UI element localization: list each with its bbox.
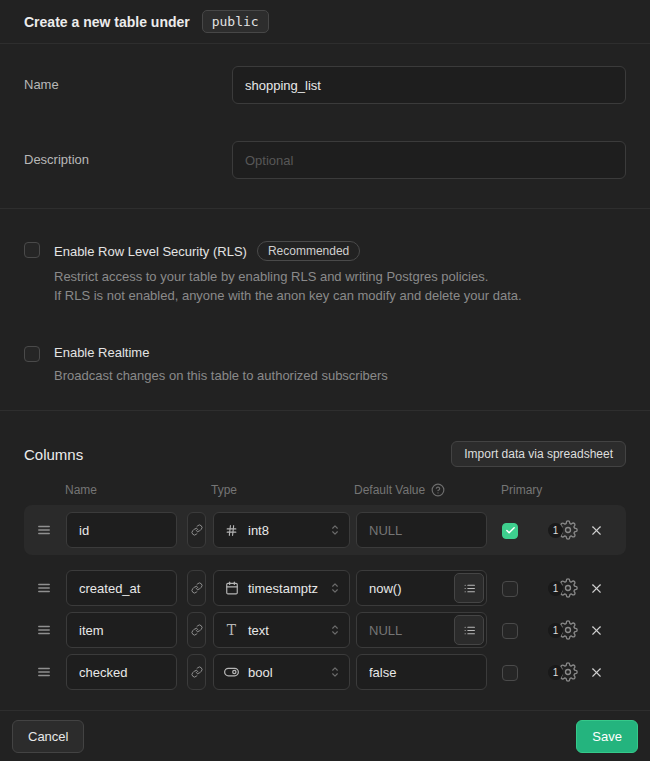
panel-footer: Cancel Save <box>0 710 650 761</box>
list-picker-icon <box>463 624 476 637</box>
column-name-input[interactable] <box>66 512 177 548</box>
settings-count-badge: 1 <box>548 623 563 638</box>
column-name-input[interactable] <box>66 612 177 648</box>
table-name-input[interactable] <box>232 66 626 104</box>
columns-title: Columns <box>24 446 83 463</box>
rls-checkbox[interactable] <box>24 242 40 258</box>
settings-count-badge: 1 <box>548 665 563 680</box>
settings-count-badge: 1 <box>548 581 563 596</box>
panel-header: Create a new table under public <box>0 0 650 44</box>
default-value-wrap <box>356 512 487 548</box>
column-type-select[interactable]: bool <box>213 654 350 690</box>
chevron-updown-icon <box>328 665 342 679</box>
rls-option: Enable Row Level Security (RLS) Recommen… <box>24 241 626 305</box>
rls-description-line1: Restrict access to your table by enablin… <box>54 267 522 286</box>
chevron-updown-icon <box>328 523 342 537</box>
rls-option-body: Enable Row Level Security (RLS) Recommen… <box>54 241 522 305</box>
column-type-select[interactable]: T text <box>213 612 350 648</box>
primary-checkbox[interactable] <box>502 665 518 681</box>
foreign-key-link-button[interactable] <box>187 654 206 690</box>
column-settings-button[interactable]: 1 <box>548 662 578 682</box>
foreign-key-link-button[interactable] <box>187 512 206 548</box>
column-type-label: int8 <box>248 523 319 538</box>
remove-column-button[interactable] <box>589 623 605 638</box>
realtime-option-body: Enable Realtime Broadcast changes on thi… <box>54 345 388 385</box>
column-row-created-at: timestamptz 1 <box>24 570 626 606</box>
primary-checkbox[interactable] <box>502 581 518 597</box>
column-row-item: T text 1 <box>24 612 626 648</box>
header-type: Type <box>211 483 237 497</box>
chevron-updown-icon <box>328 623 342 637</box>
drag-handle-icon[interactable] <box>37 623 51 637</box>
primary-checkbox[interactable] <box>502 623 518 639</box>
default-value-picker-button[interactable] <box>454 573 484 603</box>
realtime-label: Enable Realtime <box>54 345 149 360</box>
table-options-section: Enable Row Level Security (RLS) Recommen… <box>0 209 650 411</box>
settings-count-badge: 1 <box>548 523 563 538</box>
help-circle-icon[interactable] <box>431 483 445 497</box>
panel-title: Create a new table under <box>24 14 190 30</box>
description-label: Description <box>24 141 232 179</box>
remove-column-button[interactable] <box>589 665 605 680</box>
default-value-input[interactable] <box>356 654 487 690</box>
default-value-wrap <box>356 612 487 648</box>
column-settings-button[interactable]: 1 <box>548 520 578 540</box>
recommended-badge: Recommended <box>257 241 360 261</box>
column-settings-button[interactable]: 1 <box>548 620 578 640</box>
column-settings-button[interactable]: 1 <box>548 578 578 598</box>
column-type-label: timestamptz <box>248 581 319 596</box>
column-row-checked: bool 1 <box>24 654 626 690</box>
primary-checkbox[interactable] <box>502 523 518 539</box>
table-description-input[interactable] <box>232 141 626 179</box>
realtime-description: Broadcast changes on this table to autho… <box>54 366 388 385</box>
drag-handle-icon[interactable] <box>37 523 51 537</box>
table-info-section: Name Description <box>0 44 650 209</box>
column-type-select[interactable]: int8 <box>213 512 350 548</box>
drag-handle-icon[interactable] <box>37 665 51 679</box>
name-label: Name <box>24 66 232 104</box>
column-name-input[interactable] <box>66 654 177 690</box>
column-row-id: int8 1 <box>24 505 626 555</box>
calendar-icon <box>224 581 239 595</box>
remove-column-button[interactable] <box>589 523 605 538</box>
header-primary: Primary <box>501 483 542 497</box>
list-picker-icon <box>463 582 476 595</box>
realtime-option: Enable Realtime Broadcast changes on thi… <box>24 345 626 385</box>
default-value-wrap <box>356 654 487 690</box>
column-type-select[interactable]: timestamptz <box>213 570 350 606</box>
foreign-key-link-button[interactable] <box>187 570 206 606</box>
header-name: Name <box>65 483 97 497</box>
text-type-icon: T <box>224 623 239 637</box>
column-type-label: bool <box>248 665 319 680</box>
remove-column-button[interactable] <box>589 581 605 596</box>
default-value-picker-button[interactable] <box>454 615 484 645</box>
header-default-value-label: Default Value <box>354 483 425 497</box>
cancel-button[interactable]: Cancel <box>12 720 84 753</box>
save-button[interactable]: Save <box>576 720 638 753</box>
rls-label: Enable Row Level Security (RLS) <box>54 244 247 259</box>
schema-badge: public <box>202 10 269 33</box>
hash-icon <box>224 524 239 537</box>
header-default-value: Default Value <box>354 483 445 497</box>
columns-table-headers: Name Type Default Value Primary <box>24 483 626 497</box>
columns-section: Columns Import data via spreadsheet Name… <box>0 411 650 710</box>
default-value-input[interactable] <box>356 512 487 548</box>
foreign-key-link-button[interactable] <box>187 612 206 648</box>
chevron-updown-icon <box>328 581 342 595</box>
column-name-input[interactable] <box>66 570 177 606</box>
drag-handle-icon[interactable] <box>37 581 51 595</box>
column-type-label: text <box>248 623 319 638</box>
toggle-icon <box>224 667 239 677</box>
rls-description-line2: If RLS is not enabled, anyone with the a… <box>54 286 522 305</box>
import-spreadsheet-button[interactable]: Import data via spreadsheet <box>451 441 626 467</box>
realtime-checkbox[interactable] <box>24 346 40 362</box>
default-value-wrap <box>356 570 487 606</box>
